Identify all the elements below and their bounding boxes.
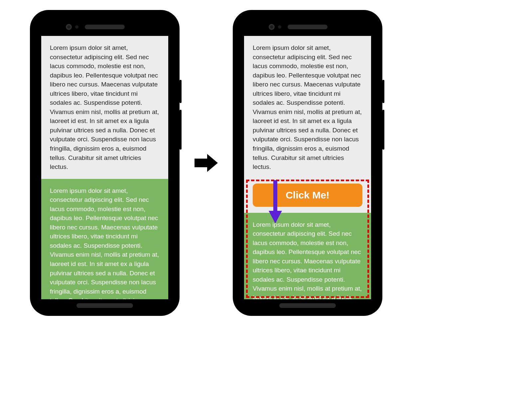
phone-after: Lorem ipsum dolor sit amet, consectetur … <box>233 10 382 316</box>
speaker-icon <box>288 25 328 29</box>
phone-top-bar <box>241 18 374 36</box>
sensor-icon <box>278 25 281 29</box>
paragraph-green-shifted: Lorem ipsum dolor sit amet, consectetur … <box>244 213 371 299</box>
camera-icon <box>269 24 275 30</box>
volume-button <box>180 110 182 150</box>
volume-button <box>382 110 384 150</box>
transition-arrow-icon <box>193 150 219 176</box>
paragraph-top: Lorem ipsum dolor sit amet, consectetur … <box>41 36 168 179</box>
cta-container: Click Me! <box>244 179 371 213</box>
power-button <box>382 80 384 103</box>
home-indicator-icon <box>76 303 133 308</box>
paragraph-green: Lorem ipsum dolor sit amet, consectetur … <box>41 179 168 299</box>
speaker-icon <box>85 25 125 29</box>
click-me-button[interactable]: Click Me! <box>253 184 362 207</box>
diagram-stage: Lorem ipsum dolor sit amet, consectetur … <box>30 10 382 316</box>
phone-bezel: Lorem ipsum dolor sit amet, consectetur … <box>237 15 378 311</box>
sensor-icon <box>75 25 78 29</box>
power-button <box>180 80 182 103</box>
phone-bezel: Lorem ipsum dolor sit amet, consectetur … <box>35 15 175 311</box>
paragraph-top: Lorem ipsum dolor sit amet, consectetur … <box>244 36 371 179</box>
phone-screen-before: Lorem ipsum dolor sit amet, consectetur … <box>41 36 168 299</box>
camera-icon <box>66 24 72 30</box>
home-indicator-icon <box>279 303 336 308</box>
phone-top-bar <box>38 18 172 36</box>
svg-marker-0 <box>195 154 218 172</box>
phone-before: Lorem ipsum dolor sit amet, consectetur … <box>30 10 180 316</box>
phone-screen-after: Lorem ipsum dolor sit amet, consectetur … <box>244 36 371 299</box>
